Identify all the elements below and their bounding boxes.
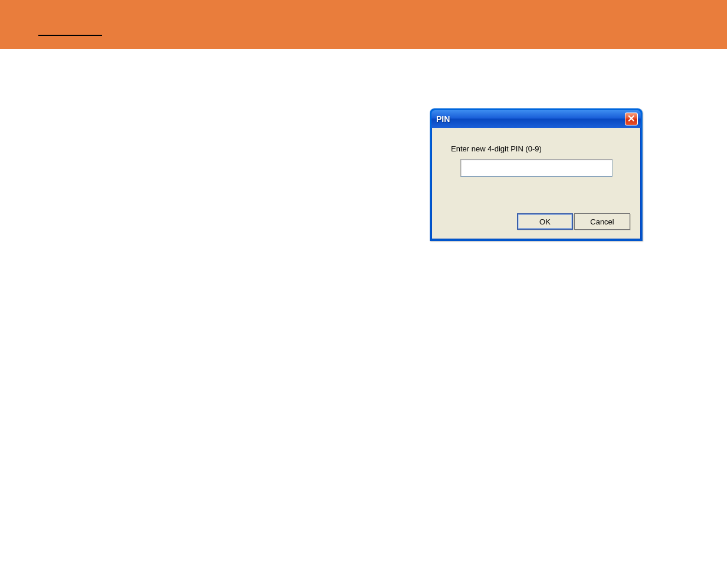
- banner-underline: [38, 35, 102, 36]
- button-row: OK Cancel: [517, 213, 630, 230]
- dialog-title: PIN: [436, 114, 450, 124]
- close-button[interactable]: [625, 113, 638, 125]
- prompt-label: Enter new 4-digit PIN (0-9): [451, 144, 625, 153]
- close-icon: [628, 114, 635, 124]
- pin-input[interactable]: [460, 159, 612, 177]
- pin-dialog-window: PIN Enter new 4-digit PIN (0-9) OK Cance…: [430, 108, 643, 241]
- ok-button[interactable]: OK: [517, 213, 573, 230]
- title-bar[interactable]: PIN: [431, 110, 641, 128]
- cancel-button[interactable]: Cancel: [574, 213, 630, 230]
- dialog-body: Enter new 4-digit PIN (0-9) OK Cancel: [431, 128, 641, 239]
- top-banner: [0, 0, 727, 49]
